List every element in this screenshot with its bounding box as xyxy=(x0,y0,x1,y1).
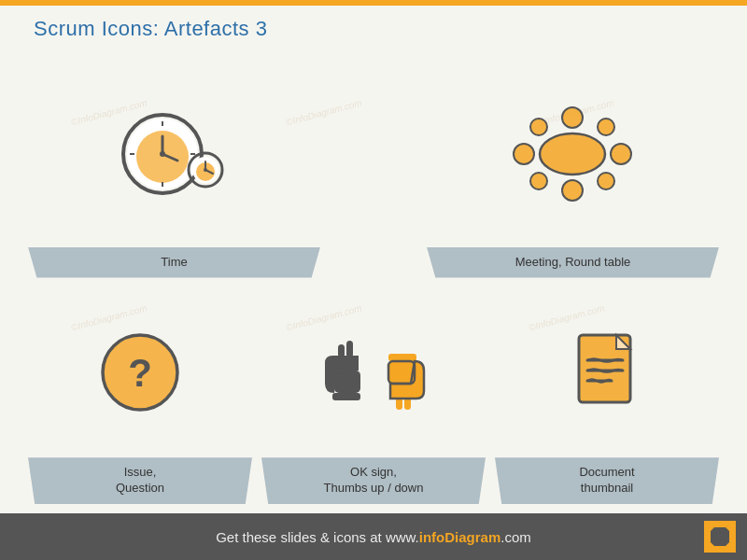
row-1: Time xyxy=(28,61,719,278)
card-meeting: Meeting, Round table xyxy=(427,61,719,278)
card-ok: OK sign, Thumbs up / down xyxy=(261,287,486,505)
document-icon xyxy=(565,330,649,414)
svg-point-15 xyxy=(204,168,207,172)
issue-icon-area: ? xyxy=(28,287,252,458)
footer-brand: infoDiagram xyxy=(419,529,501,545)
issue-label: Issue, Question xyxy=(28,457,252,504)
card-time: Time xyxy=(28,61,320,278)
issue-icon: ? xyxy=(98,330,182,414)
svg-point-9 xyxy=(160,151,165,157)
row-2: ? Issue, Question xyxy=(28,287,719,505)
card-issue: ? Issue, Question xyxy=(28,287,252,505)
time-label: Time xyxy=(28,247,320,278)
svg-rect-37 xyxy=(334,371,360,393)
spacer-card xyxy=(330,61,417,278)
card-document: Document thumbnail xyxy=(495,287,719,505)
document-icon-area xyxy=(495,287,719,458)
meeting-label: Meeting, Round table xyxy=(427,247,719,278)
document-label: Document thumbnail xyxy=(495,457,719,504)
ok-icon xyxy=(308,330,439,414)
svg-rect-40 xyxy=(332,393,360,400)
svg-rect-43 xyxy=(404,393,411,410)
footer-logo-box xyxy=(704,521,736,553)
svg-rect-38 xyxy=(338,344,345,357)
top-bar xyxy=(0,0,747,6)
meeting-icon xyxy=(498,103,647,205)
time-icon xyxy=(114,103,235,205)
footer: Get these slides & icons at www.infoDiag… xyxy=(0,513,747,560)
svg-rect-39 xyxy=(346,341,353,357)
svg-text:?: ? xyxy=(128,351,152,395)
footer-text: Get these slides & icons at www.infoDiag… xyxy=(216,529,531,545)
meeting-icon-area xyxy=(427,61,719,247)
ok-icon-area xyxy=(261,287,486,458)
ok-label: OK sign, Thumbs up / down xyxy=(261,457,486,504)
icons-area: Time xyxy=(28,61,719,504)
time-icon-area xyxy=(28,61,320,247)
page-title: Scrum Icons: Artefacts 3 xyxy=(34,17,267,41)
footer-logo-icon xyxy=(711,527,729,546)
